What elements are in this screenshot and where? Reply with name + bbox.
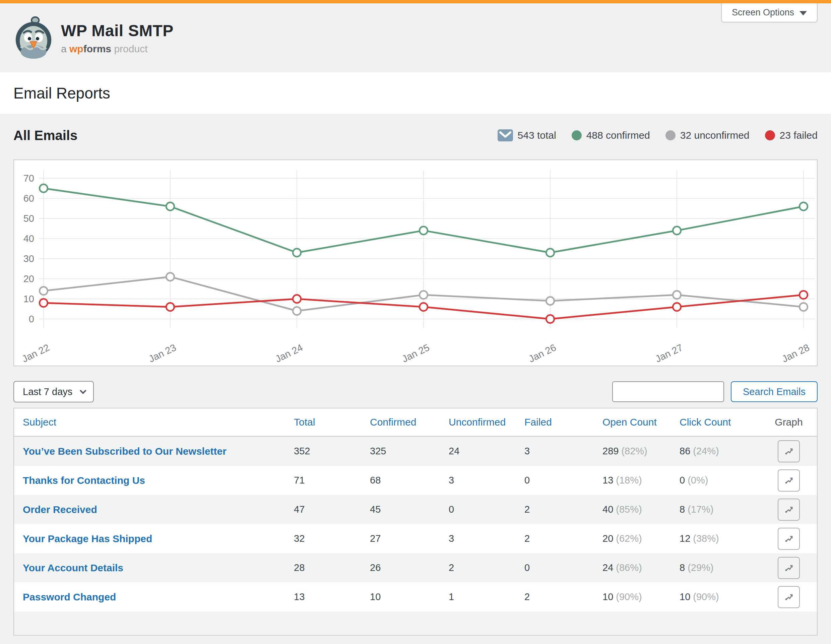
- emails-table: SubjectTotalConfirmedUnconfirmedFailedOp…: [13, 408, 818, 636]
- unconfirmed-value: 3: [449, 475, 524, 486]
- emails-chart-card: 010203040506070Jan 22Jan 23Jan 24Jan 25J…: [13, 159, 818, 366]
- column-header-click-count[interactable]: Click Count: [680, 417, 769, 428]
- search-input[interactable]: [612, 381, 724, 402]
- table-row: Password Changed13101210(90%)10(90%): [14, 582, 817, 612]
- app-tagline: a wpforms product: [61, 43, 174, 55]
- unconfirmed-value: 24: [449, 446, 524, 457]
- confirmed-value: 27: [370, 533, 449, 544]
- line-chart-icon: [783, 533, 795, 545]
- svg-text:70: 70: [24, 173, 34, 184]
- svg-text:Jan 26: Jan 26: [527, 342, 557, 364]
- legend-dot-icon: [572, 130, 582, 140]
- failed-value: 2: [524, 533, 602, 544]
- table-header-row: SubjectTotalConfirmedUnconfirmedFailedOp…: [14, 409, 817, 437]
- confirmed-value: 26: [370, 562, 449, 573]
- open-count-percentage: (85%): [616, 504, 642, 515]
- click-count-value: 0(0%): [680, 475, 769, 486]
- column-header-confirmed[interactable]: Confirmed: [370, 417, 449, 428]
- failed-value: 3: [524, 446, 602, 457]
- chevron-down-icon: [799, 11, 807, 16]
- failed-value: 2: [524, 592, 602, 603]
- click-count-value: 8(29%): [680, 562, 769, 573]
- page-title: Email Reports: [13, 84, 110, 102]
- column-header-open-count[interactable]: Open Count: [602, 417, 680, 428]
- svg-text:Jan 22: Jan 22: [20, 342, 51, 364]
- email-subject-link[interactable]: You’ve Been Subscribed to Our Newsletter: [23, 446, 294, 457]
- email-subject-link[interactable]: Your Package Has Shipped: [23, 533, 294, 544]
- emails-line-chart: 010203040506070Jan 22Jan 23Jan 24Jan 25J…: [14, 160, 817, 366]
- line-chart-icon: [783, 562, 795, 574]
- svg-text:20: 20: [24, 274, 34, 284]
- total-value: 71: [294, 475, 370, 486]
- date-range-value: Last 7 days: [23, 386, 72, 398]
- screen-options-button[interactable]: Screen Options: [721, 3, 818, 22]
- table-row: Order Received47450240(85%)8(17%): [14, 495, 817, 524]
- column-header-unconfirmed[interactable]: Unconfirmed: [449, 417, 524, 428]
- line-chart-icon: [783, 591, 795, 603]
- app-title: WP Mail SMTP: [61, 21, 174, 40]
- open-count-value: 20(62%): [602, 533, 680, 544]
- click-count-value: 12(38%): [680, 533, 769, 544]
- legend-item-failed: 23 failed: [765, 130, 818, 141]
- column-header-subject[interactable]: Subject: [23, 417, 294, 428]
- svg-text:0: 0: [29, 313, 34, 324]
- confirmed-value: 45: [370, 504, 449, 515]
- table-row: Your Package Has Shipped32273220(62%)12(…: [14, 524, 817, 553]
- email-subject-link[interactable]: Order Received: [23, 504, 294, 515]
- row-graph-button[interactable]: [778, 557, 800, 579]
- all-emails-heading: All Emails: [13, 128, 77, 143]
- row-graph-button[interactable]: [778, 528, 800, 550]
- email-subject-link[interactable]: Thanks for Contacting Us: [23, 475, 294, 486]
- svg-text:10: 10: [24, 294, 34, 304]
- date-range-select[interactable]: Last 7 days: [13, 381, 94, 402]
- total-value: 47: [294, 504, 370, 515]
- tagline-prefix: a: [61, 43, 67, 54]
- open-count-percentage: (82%): [621, 446, 647, 456]
- email-subject-link[interactable]: Your Account Details: [23, 562, 294, 574]
- open-count-value: 289(82%): [602, 446, 680, 457]
- search-emails-button[interactable]: Search Emails: [731, 381, 818, 402]
- table-row-partial: [14, 612, 817, 635]
- total-value: 352: [294, 446, 370, 457]
- click-count-percentage: (24%): [693, 446, 719, 456]
- click-count-percentage: (17%): [688, 504, 713, 515]
- svg-text:30: 30: [24, 253, 34, 264]
- open-count-percentage: (62%): [616, 533, 642, 544]
- row-graph-button[interactable]: [778, 469, 800, 491]
- column-header-failed[interactable]: Failed: [524, 417, 602, 428]
- confirmed-value: 68: [370, 475, 449, 486]
- click-count-value: 86(24%): [680, 446, 769, 457]
- failed-value: 2: [524, 504, 602, 515]
- unconfirmed-value: 3: [449, 533, 524, 544]
- wp-mail-smtp-logo: [13, 16, 54, 60]
- row-graph-button[interactable]: [778, 440, 800, 463]
- svg-text:Jan 24: Jan 24: [274, 342, 304, 364]
- legend-text: 488 confirmed: [586, 130, 650, 141]
- open-count-value: 10(90%): [602, 592, 680, 603]
- legend-text: 543 total: [518, 130, 556, 141]
- tagline-suffix: product: [114, 43, 147, 54]
- open-count-percentage: (90%): [616, 592, 642, 602]
- page-title-band: Email Reports: [0, 72, 831, 114]
- email-subject-link[interactable]: Password Changed: [23, 592, 294, 603]
- screen-options-label: Screen Options: [732, 7, 794, 18]
- table-body: You’ve Been Subscribed to Our Newsletter…: [14, 437, 817, 612]
- click-count-value: 10(90%): [680, 592, 769, 603]
- admin-top-bar: [0, 0, 831, 3]
- email-reports-content: All Emails 543 total488 confirmed32 unco…: [0, 126, 831, 636]
- bird-logo-icon: [13, 16, 54, 59]
- masthead: WP Mail SMTP a wpforms product: [0, 3, 831, 72]
- line-chart-icon: [783, 445, 795, 457]
- row-graph-button[interactable]: [778, 586, 800, 608]
- column-header-total[interactable]: Total: [294, 417, 370, 428]
- click-count-percentage: (29%): [688, 562, 713, 573]
- click-count-percentage: (0%): [688, 475, 708, 485]
- wpforms-brand-wp: wp: [69, 43, 83, 54]
- legend-text: 32 unconfirmed: [680, 130, 750, 141]
- click-count-percentage: (38%): [693, 533, 719, 544]
- svg-text:Jan 23: Jan 23: [147, 342, 178, 364]
- row-graph-button[interactable]: [778, 499, 800, 521]
- all-emails-legend: 543 total488 confirmed32 unconfirmed23 f…: [498, 129, 818, 142]
- table-row: Your Account Details28262024(86%)8(29%): [14, 553, 817, 582]
- svg-text:50: 50: [24, 213, 34, 224]
